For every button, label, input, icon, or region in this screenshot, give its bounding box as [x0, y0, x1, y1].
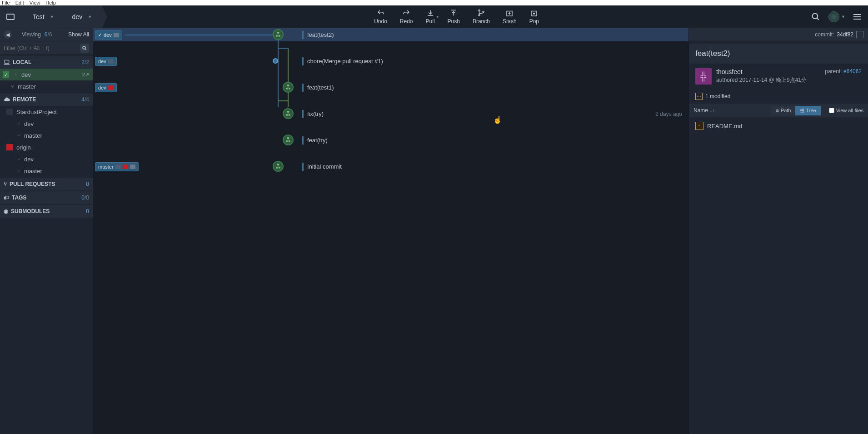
commit-title: feat(test2) [689, 44, 868, 64]
svg-rect-12 [276, 35, 278, 37]
commit-row[interactable]: devfeat(test1) [93, 81, 688, 94]
branch-icon: ⑂ [11, 84, 14, 89]
gitee-icon [108, 85, 114, 90]
svg-rect-32 [276, 167, 278, 169]
commit-row[interactable]: devchore(Merge pull request #1) [93, 55, 688, 68]
authored-date: authored 2017-11-14 @ 晚上9点41分 [716, 76, 820, 84]
pr-icon: ⑂ [4, 181, 7, 187]
local-branch-master[interactable]: ⑂ master [0, 80, 93, 92]
ref-badge[interactable]: master [95, 162, 139, 171]
back-button[interactable]: ◀ [4, 30, 12, 39]
file-item[interactable]: ⋯ README.md [689, 119, 868, 133]
remote-branch-master[interactable]: ⑂master [0, 130, 93, 141]
path-view-button[interactable]: ≡Path [771, 106, 795, 115]
menu-file[interactable]: File [2, 0, 10, 5]
sort-button[interactable]: Name ↓↑ [693, 107, 714, 114]
svg-line-8 [85, 49, 86, 50]
toolbar: Test▼ dev▼ UndoRedoPull▼PushBranchStashP… [0, 5, 868, 28]
commit-detail-panel: commit: 34df82 feat(test2) ╬ thousfeet a… [688, 28, 868, 434]
laptop-icon [130, 165, 135, 169]
author-avatar: ╬ [695, 68, 712, 85]
pop-button[interactable]: Pop [529, 9, 539, 25]
remote-repo-stardust[interactable]: StardustProject [0, 106, 93, 118]
commit-message: fix(try) [302, 110, 324, 118]
local-branch-dev[interactable]: ✓ ⑂ dev 2↗ [0, 69, 93, 80]
folder-crumb[interactable] [0, 5, 25, 28]
commit-graph: ✓devfeat(test2)devchore(Merge pull reque… [93, 28, 688, 434]
commit-message: feat(test1) [302, 84, 334, 92]
remote-repo-origin[interactable]: origin [0, 141, 93, 153]
remote-branch-master[interactable]: ⑂master [0, 165, 93, 177]
commit-row[interactable]: feat(try) [93, 134, 688, 147]
repo-icon [6, 109, 13, 115]
user-avatar[interactable] [828, 11, 839, 22]
show-all-button[interactable]: Show All [68, 31, 89, 38]
commit-node [273, 29, 284, 40]
svg-point-0 [479, 10, 480, 11]
svg-line-6 [817, 18, 819, 20]
remote-branch-dev[interactable]: ⑂dev [0, 118, 93, 130]
laptop-icon [4, 60, 10, 65]
branch-button[interactable]: Branch [473, 9, 490, 25]
svg-rect-13 [279, 35, 280, 37]
section-tags[interactable]: 🏷 TAGS 0/0 [0, 191, 93, 204]
filter-search-button[interactable] [80, 44, 89, 53]
tag-icon: 🏷 [4, 195, 9, 201]
modified-count: 1 modified [705, 93, 730, 100]
svg-rect-28 [289, 140, 290, 142]
viewing-label: Viewing [22, 31, 41, 38]
undo-button[interactable]: Undo [374, 9, 387, 25]
push-button[interactable]: Push [448, 9, 460, 25]
ref-badge[interactable]: dev [95, 83, 117, 92]
laptop-icon [114, 33, 119, 37]
folder-icon [6, 14, 15, 20]
section-submodules[interactable]: ◉ SUBMODULES 0 [0, 205, 93, 218]
maximize-button[interactable] [856, 31, 863, 38]
svg-rect-17 [286, 88, 288, 90]
commit-message: Initial commit [302, 163, 342, 171]
commit-node [283, 108, 294, 119]
commit-message: feat(try) [302, 136, 328, 145]
branch-crumb[interactable]: dev▼ [64, 5, 102, 28]
repo-crumb[interactable]: Test▼ [25, 5, 64, 28]
parent-hash[interactable]: e64062 [843, 68, 862, 75]
view-all-files-checkbox[interactable]: View all files [829, 108, 863, 113]
stash-button[interactable]: Stash [503, 9, 517, 25]
menubar: File Edit View Help [0, 0, 868, 5]
sidebar: ◀ Viewing 6/6 Show All LOCAL 2/2 ✓ ⑂ dev… [0, 28, 93, 434]
ref-badge[interactable]: dev [95, 57, 117, 66]
check-icon: ✓ [3, 71, 9, 78]
commit-row[interactable]: fix(try)2 days ago [93, 107, 688, 120]
svg-rect-11 [277, 32, 279, 34]
svg-point-5 [813, 13, 818, 19]
ref-badge[interactable]: ✓dev [95, 30, 122, 40]
commit-message: chore(Merge pull request #1) [302, 57, 383, 65]
sp-icon [108, 59, 114, 64]
commit-time: 2 days ago [655, 111, 682, 117]
section-remote[interactable]: REMOTE 4/4 [0, 93, 93, 106]
filter-input[interactable] [4, 45, 80, 51]
svg-rect-26 [287, 137, 289, 139]
section-local[interactable]: LOCAL 2/2 [0, 56, 93, 69]
section-pull-requests[interactable]: ⑂ PULL REQUESTS 0 [0, 178, 93, 190]
commit-row[interactable]: masterInitial commit [93, 160, 688, 173]
svg-rect-23 [289, 114, 290, 116]
svg-rect-18 [289, 88, 290, 90]
commit-message: feat(test2) [302, 31, 334, 39]
search-icon[interactable] [811, 12, 820, 21]
sort-icon: ↓↑ [710, 108, 714, 113]
svg-rect-33 [279, 167, 280, 169]
caret-down-icon: ▼ [50, 15, 54, 19]
tree-view-button[interactable]: ⇶Tree [795, 106, 820, 115]
remote-branch-dev[interactable]: ⑂dev [0, 153, 93, 165]
branch-icon: ⑂ [15, 72, 18, 77]
redo-button[interactable]: Redo [400, 9, 413, 25]
menu-icon[interactable] [853, 14, 861, 20]
menu-help[interactable]: Help [45, 0, 56, 5]
pull-button[interactable]: Pull▼ [426, 9, 435, 25]
menu-edit[interactable]: Edit [15, 0, 24, 5]
menu-view[interactable]: View [30, 0, 40, 5]
caret-down-icon[interactable]: ▼ [841, 15, 845, 19]
caret-down-icon: ▼ [88, 15, 92, 19]
commit-label: commit: [815, 31, 834, 38]
